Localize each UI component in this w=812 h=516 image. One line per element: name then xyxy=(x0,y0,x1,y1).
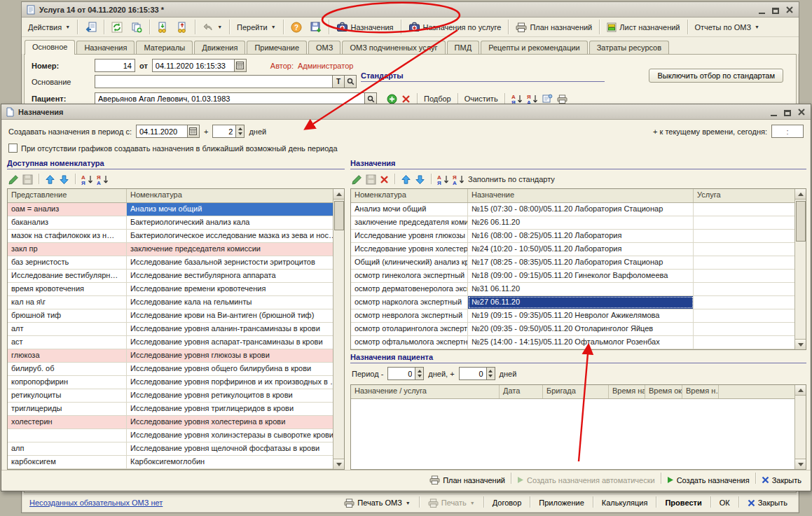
period-date-field[interactable] xyxy=(136,125,188,138)
tab[interactable]: ОМЗ подчиненных услуг xyxy=(342,41,445,55)
cell-representation[interactable]: глюкоза xyxy=(8,349,127,362)
column-header-representation[interactable]: Представление xyxy=(8,189,127,202)
assignments-button[interactable]: Назначения xyxy=(333,20,397,34)
table-row[interactable]: осмотр невролога экспертный №19 (09:15 -… xyxy=(351,309,806,323)
table-row[interactable]: глюкоза Исследование уровня глюкозы в кр… xyxy=(8,349,344,363)
table-row[interactable]: заключение председателя комиссии №26 06.… xyxy=(351,216,806,230)
table-row[interactable]: оам = анализ Анализ мочи общий xyxy=(8,203,344,216)
cell-nomenclature[interactable]: Исследование кала на гельминты xyxy=(127,296,333,309)
cell-assignment[interactable]: №27 06.11.20 xyxy=(468,296,694,309)
cell-representation[interactable]: аст xyxy=(8,336,127,349)
table-row[interactable]: алт Исследование уровня аланин-трансамин… xyxy=(8,323,344,336)
save-disabled-icon[interactable] xyxy=(366,174,376,185)
table-row[interactable]: Исследование уровня глюкозы в кро… №16 (… xyxy=(351,230,806,243)
vertical-scrollbar[interactable] xyxy=(794,189,806,349)
save-disabled-icon[interactable] xyxy=(22,174,33,185)
cell-nomenclature[interactable]: осмотр гинеколога экспертный xyxy=(351,270,468,282)
table-row[interactable]: Исследование уровня холинэстеразы в сыво… xyxy=(8,429,344,442)
disable-standards-filter-button[interactable]: Выключить отбор по стандартам xyxy=(649,69,783,83)
cell-nomenclature[interactable]: осмотр нарколога экспертный xyxy=(351,296,468,309)
sort-asc-icon[interactable]: АЯ xyxy=(437,174,449,185)
tab[interactable]: Затраты ресурсов xyxy=(589,41,669,55)
cell-nomenclature[interactable]: заключение председателя комиссии xyxy=(351,216,468,229)
sort-asc-icon[interactable]: АЯ xyxy=(511,94,523,104)
cell-representation[interactable]: оам = анализ xyxy=(8,203,127,216)
days-stepper[interactable] xyxy=(236,125,245,138)
cell-representation[interactable]: брюшной тиф xyxy=(8,309,127,322)
scroll-up-button[interactable] xyxy=(795,385,806,396)
cell-nomenclature[interactable]: Исследование уровня холестерина в … xyxy=(351,243,468,256)
cell-nomenclature[interactable]: Общий (клинический) анализ крови р… xyxy=(351,256,468,269)
cell-nomenclature[interactable]: Бактериологический анализ кала xyxy=(127,216,333,229)
tab[interactable]: ОМЗ xyxy=(308,41,340,55)
plan-button[interactable]: План назначений xyxy=(512,20,596,34)
period-plus-days-field[interactable] xyxy=(459,367,487,380)
cell-assignment[interactable]: №26 06.11.20 xyxy=(468,216,694,229)
table-row[interactable]: осмотр офтальмолога экспертный №25 (14:0… xyxy=(351,336,806,349)
cell-service[interactable] xyxy=(694,216,795,229)
scrollbar-thumb[interactable] xyxy=(796,201,806,242)
column-header-nomenclature[interactable]: Номенклатура xyxy=(127,189,333,202)
cell-nomenclature[interactable]: заключение председателя комиссии xyxy=(127,243,333,256)
close-button[interactable] xyxy=(785,6,794,14)
omz-reports-menu-button[interactable]: Отчеты по ОМЗ▼ xyxy=(691,21,764,34)
text-edit-button[interactable]: Т xyxy=(333,75,345,88)
table-row[interactable]: копропорфирин Исследование уровня порфир… xyxy=(8,376,344,389)
table-row[interactable]: кал на я\г Исследование кала на гельминт… xyxy=(8,296,344,309)
cell-nomenclature[interactable]: Исследование уровня глюкозы в крови xyxy=(127,349,333,362)
table-row[interactable]: алп Исследование уровня щелочной фосфата… xyxy=(8,442,344,456)
save-button[interactable] xyxy=(307,20,325,35)
print-button[interactable]: Печать▼ xyxy=(425,497,479,509)
tab[interactable]: Движения xyxy=(194,41,245,55)
pick-button[interactable]: Подбор xyxy=(424,95,451,103)
cell-representation[interactable]: баканализ xyxy=(8,216,127,229)
nearest-day-checkbox[interactable] xyxy=(8,144,18,153)
cell-nomenclature[interactable]: Исследование уровня глюкозы в кро… xyxy=(351,230,468,242)
scroll-down-button[interactable] xyxy=(333,459,344,469)
cell-service[interactable] xyxy=(694,270,795,282)
cell-nomenclature[interactable]: Исследование уровня аланин-трансаминазы … xyxy=(127,323,333,335)
move-down-icon[interactable] xyxy=(415,174,425,185)
scroll-up-button[interactable] xyxy=(333,189,344,200)
cell-assignment[interactable]: №31 06.11.20 xyxy=(468,283,694,295)
refresh-button[interactable] xyxy=(108,20,126,35)
cell-representation[interactable]: время кровотечения xyxy=(8,283,127,295)
number-field[interactable] xyxy=(95,59,135,72)
post-button[interactable]: Провести xyxy=(661,497,705,508)
table-row[interactable]: холестерин Исследование уровня холестери… xyxy=(8,416,344,429)
cell-service[interactable] xyxy=(694,296,795,309)
cell-nomenclature[interactable]: осмотр отоларинголога экспертный xyxy=(351,323,468,335)
cell-representation[interactable] xyxy=(8,429,127,442)
annex-button[interactable]: Приложение xyxy=(535,497,588,508)
scrollbar-thumb[interactable] xyxy=(334,201,344,230)
cell-representation[interactable]: карбоксигем xyxy=(8,456,127,468)
column-header-date[interactable]: Дата xyxy=(500,385,543,398)
unpost-document-button[interactable] xyxy=(173,20,191,35)
table-row[interactable]: Исследование уровня холестерина в … №24 … xyxy=(351,243,806,256)
datetime-field[interactable] xyxy=(152,59,235,72)
maximize-button[interactable] xyxy=(783,108,792,116)
column-header-assignment[interactable]: Назначение xyxy=(468,189,694,202)
vertical-scrollbar[interactable] xyxy=(333,189,344,469)
auto-create-assignments-button[interactable]: Создать назначения автоматически xyxy=(514,475,659,486)
table-row[interactable]: Общий (клинический) анализ крови р… №17 … xyxy=(351,256,806,270)
cell-service[interactable] xyxy=(694,323,795,335)
ok-button[interactable]: ОК xyxy=(716,497,734,508)
table-row[interactable]: осмотр гинеколога экспертный №18 (09:00 … xyxy=(351,270,806,283)
cell-assignment[interactable]: №24 (10:20 - 10:50)/05.11.20 Лаборатория xyxy=(468,243,694,256)
cell-nomenclature[interactable]: осмотр невролога экспертный xyxy=(351,309,468,322)
cell-representation[interactable]: холестерин xyxy=(8,416,127,428)
table-row[interactable]: мазок на стафилококк из н… Бактериологич… xyxy=(8,230,344,243)
close-window-button[interactable]: Закрыть xyxy=(744,497,791,508)
cell-representation[interactable]: копропорфирин xyxy=(8,376,127,389)
tab[interactable]: Рецепты и рекомендации xyxy=(481,41,588,55)
write-close-button[interactable] xyxy=(81,20,100,35)
table-row[interactable]: закл пр заключение председателя комиссии xyxy=(8,243,344,256)
table-row[interactable]: билируб. об Исследование уровня общего б… xyxy=(8,363,344,376)
close-button[interactable] xyxy=(797,108,806,116)
today-time-field[interactable] xyxy=(771,125,804,138)
cell-assignment[interactable]: №19 (09:15 - 09:35)/05.11.20 Невролог Аж… xyxy=(468,309,694,322)
cell-service[interactable] xyxy=(694,203,795,216)
actions-menu-button[interactable]: Действия▼ xyxy=(25,21,74,34)
cell-nomenclature[interactable]: Исследование уровня ретикулоцитов в кров… xyxy=(127,389,333,402)
